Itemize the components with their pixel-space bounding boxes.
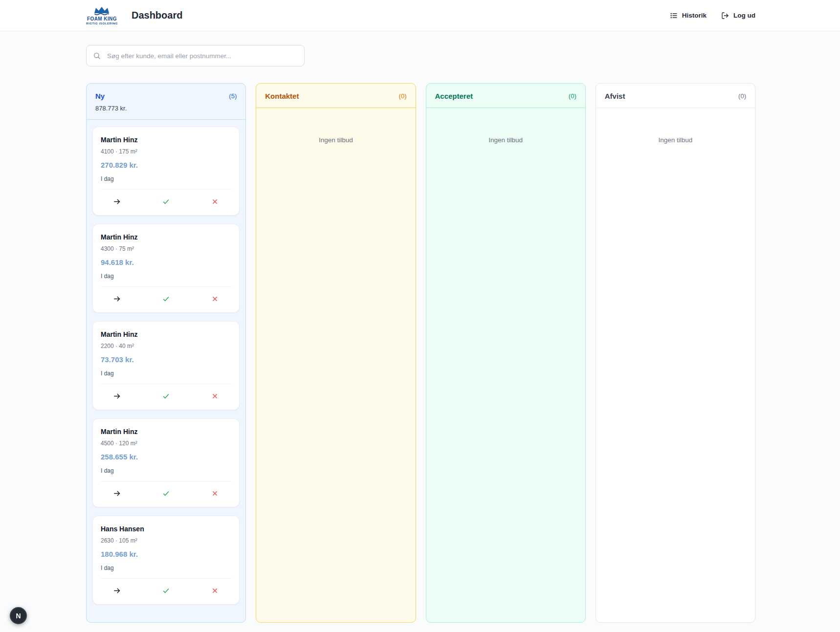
offer-card-body: Martin Hinz4100 · 175 m²270.829 kr.I dag (93, 127, 239, 189)
list-icon (670, 12, 678, 20)
historik-label: Historik (682, 12, 707, 19)
column-count: (0) (738, 92, 746, 100)
card-actions (93, 579, 239, 604)
offer-card[interactable]: Hans Hansen2630 · 105 m²180.968 kr.I dag (92, 516, 240, 605)
empty-state: Ingen tilbud (262, 115, 409, 144)
accept-offer-button[interactable] (142, 287, 191, 312)
column-title-row: Kontaktet(0) (265, 92, 406, 100)
column-body: Ingen tilbud (426, 108, 585, 622)
column-accepteret: Accepteret(0)Ingen tilbud (426, 83, 586, 623)
offer-price: 270.829 kr. (101, 161, 231, 169)
offer-price: 180.968 kr. (101, 550, 231, 558)
column-ny: Ny(5)878.773 kr.Martin Hinz4100 · 175 m²… (86, 83, 246, 623)
search-box (86, 45, 305, 66)
accept-offer-button[interactable] (142, 481, 191, 507)
open-offer-button[interactable] (93, 287, 142, 312)
reject-offer-button[interactable] (191, 190, 240, 215)
offer-price: 94.618 kr. (101, 258, 231, 266)
reject-offer-icon (211, 295, 219, 304)
column-title-row: Afvist(0) (605, 92, 746, 100)
offer-meta: 4500 · 120 m² (101, 440, 231, 447)
offer-date: I dag (101, 273, 231, 280)
column-header-kontaktet: Kontaktet(0) (256, 84, 415, 108)
column-title-row: Ny(5) (95, 92, 237, 100)
column-header-afvist: Afvist(0) (596, 84, 755, 108)
open-offer-icon (113, 197, 121, 207)
accept-offer-icon (162, 587, 170, 596)
customer-name: Martin Hinz (101, 136, 231, 144)
offer-card[interactable]: Martin Hinz4100 · 175 m²270.829 kr.I dag (92, 127, 240, 216)
offer-date: I dag (101, 370, 231, 377)
main-content: Ny(5)878.773 kr.Martin Hinz4100 · 175 m²… (0, 31, 840, 632)
reject-offer-button[interactable] (191, 579, 240, 604)
column-body: Ingen tilbud (596, 108, 755, 622)
column-count: (0) (399, 92, 407, 100)
logout-label: Log ud (733, 12, 755, 19)
logo-text-primary: FOAM KING (87, 17, 117, 22)
accept-offer-icon (162, 489, 170, 499)
open-offer-icon (113, 489, 121, 499)
column-kontaktet: Kontaktet(0)Ingen tilbud (256, 83, 416, 623)
historik-button[interactable]: Historik (670, 12, 707, 20)
accept-offer-icon (162, 392, 170, 402)
accept-offer-button[interactable] (142, 384, 191, 410)
card-actions (93, 481, 239, 507)
customer-name: Martin Hinz (101, 233, 231, 241)
reject-offer-icon (211, 392, 219, 401)
offer-price: 258.655 kr. (101, 453, 231, 461)
offer-price: 73.703 kr. (101, 355, 231, 364)
open-offer-button[interactable] (93, 481, 142, 507)
reject-offer-button[interactable] (191, 384, 240, 410)
offer-meta: 2630 · 105 m² (101, 537, 231, 544)
offer-card[interactable]: Martin Hinz4300 · 75 m²94.618 kr.I dag (92, 224, 240, 313)
card-actions (93, 384, 239, 410)
customer-name: Martin Hinz (101, 428, 231, 436)
crown-icon (92, 6, 111, 16)
search-input[interactable] (86, 45, 305, 66)
offer-card-body: Hans Hansen2630 · 105 m²180.968 kr.I dag (93, 516, 239, 578)
open-offer-button[interactable] (93, 190, 142, 215)
column-header-ny: Ny(5)878.773 kr. (87, 84, 245, 120)
reject-offer-icon (211, 587, 219, 596)
customer-name: Hans Hansen (101, 525, 231, 533)
offer-card-body: Martin Hinz2200 · 40 m²73.703 kr.I dag (93, 322, 239, 384)
reject-offer-button[interactable] (191, 481, 240, 507)
floating-badge[interactable]: N (10, 607, 27, 624)
column-body: Ingen tilbud (256, 108, 415, 622)
offer-meta: 4100 · 175 m² (101, 148, 231, 155)
column-count: (5) (229, 92, 237, 100)
empty-state: Ingen tilbud (432, 115, 579, 144)
open-offer-icon (113, 392, 121, 402)
column-title-row: Accepteret(0) (435, 92, 576, 100)
offer-date: I dag (101, 175, 231, 182)
column-title: Kontaktet (265, 92, 299, 100)
offer-meta: 2200 · 40 m² (101, 343, 231, 349)
accept-offer-icon (162, 295, 170, 305)
offer-card[interactable]: Martin Hinz4500 · 120 m²258.655 kr.I dag (92, 418, 240, 507)
column-total: 878.773 kr. (95, 105, 237, 112)
offer-card-body: Martin Hinz4300 · 75 m²94.618 kr.I dag (93, 224, 239, 286)
card-actions (93, 287, 239, 312)
open-offer-icon (113, 295, 121, 305)
logo-text-secondary: RIGTIG ISOLERING (86, 22, 118, 25)
offer-card[interactable]: Martin Hinz2200 · 40 m²73.703 kr.I dag (92, 321, 240, 410)
open-offer-button[interactable] (93, 384, 142, 410)
column-header-accepteret: Accepteret(0) (426, 84, 585, 108)
accept-offer-button[interactable] (142, 579, 191, 604)
header-actions: Historik Log ud (670, 12, 755, 20)
reject-offer-button[interactable] (191, 287, 240, 312)
page-title: Dashboard (132, 10, 182, 21)
app-header: FOAM KING RIGTIG ISOLERING Dashboard His… (0, 0, 840, 31)
foam-king-logo: FOAM KING RIGTIG ISOLERING (86, 6, 118, 25)
reject-offer-icon (211, 490, 219, 499)
accept-offer-button[interactable] (142, 190, 191, 215)
offer-meta: 4300 · 75 m² (101, 245, 231, 252)
logout-icon (721, 12, 729, 20)
accept-offer-icon (162, 197, 170, 207)
column-body: Martin Hinz4100 · 175 m²270.829 kr.I dag… (87, 120, 245, 622)
open-offer-button[interactable] (93, 579, 142, 604)
card-actions (93, 190, 239, 215)
reject-offer-icon (211, 198, 219, 207)
logout-button[interactable]: Log ud (721, 12, 755, 20)
offer-date: I dag (101, 565, 231, 571)
